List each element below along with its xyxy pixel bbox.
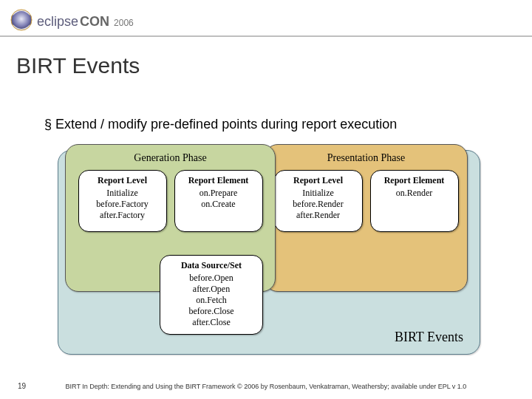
mini-title: Report Element	[178, 175, 259, 186]
footer-text: BIRT In Depth: Extending and Using the B…	[0, 383, 532, 390]
pres-report-element-box: Report Element on.Render	[370, 170, 459, 232]
mini-title: Report Element	[374, 175, 455, 186]
logo-year: 2006	[114, 18, 134, 28]
mini-line: before.Close	[163, 306, 259, 317]
header-rule	[0, 35, 532, 37]
mini-line: on.Prepare	[178, 188, 259, 199]
logo-bar: eclipse CON 2006	[9, 7, 134, 35]
mini-line: Initialize	[278, 188, 359, 199]
presentation-phase-title: Presentation Phase	[265, 152, 467, 164]
mini-line: on.Render	[374, 188, 455, 199]
mini-line: after.Close	[163, 317, 259, 328]
eclipse-logo-icon	[9, 7, 34, 35]
mini-line: before.Open	[163, 273, 259, 284]
gen-report-level-box: Report Level Initialize before.Factory a…	[78, 170, 167, 232]
mini-title: Report Level	[278, 175, 359, 186]
bullet-marker: §	[44, 117, 52, 132]
mini-title: Report Level	[82, 175, 163, 186]
mini-line: after.Factory	[82, 210, 163, 221]
presentation-mini-row: Report Level Initialize before.Render af…	[265, 167, 467, 232]
generation-phase-title: Generation Phase	[66, 152, 275, 164]
mini-line: Initialize	[82, 188, 163, 199]
mini-line: after.Open	[163, 284, 259, 295]
slide-title: BIRT Events	[16, 53, 140, 78]
bullet-text: Extend / modify pre-defined points durin…	[55, 117, 397, 132]
mini-line: before.Render	[278, 199, 359, 210]
logo-text: eclipse CON 2006	[37, 14, 134, 30]
mini-line: after.Render	[278, 210, 359, 221]
mini-line: on.Fetch	[163, 295, 259, 306]
presentation-phase-box: Presentation Phase Report Level Initiali…	[265, 144, 468, 292]
mini-title: Data Source/Set	[163, 260, 259, 271]
pres-report-level-box: Report Level Initialize before.Render af…	[274, 170, 363, 232]
logo-part-lipse: lipse	[51, 14, 78, 30]
diagram: BIRT Events Presentation Phase Report Le…	[58, 144, 479, 355]
gen-report-element-box: Report Element on.Prepare on.Create	[174, 170, 263, 232]
bullet-line: § Extend / modify pre-defined points dur…	[44, 117, 397, 132]
mini-line: before.Factory	[82, 199, 163, 210]
data-source-set-box: Data Source/Set before.Open after.Open o…	[160, 255, 263, 335]
slide: eclipse CON 2006 BIRT Events § Extend / …	[0, 0, 532, 399]
logo-part-con: CON	[80, 14, 109, 30]
generation-mini-row: Report Level Initialize before.Factory a…	[66, 167, 275, 232]
events-label: BIRT Events	[395, 330, 463, 345]
mini-line: on.Create	[178, 199, 259, 210]
logo-part-ec: ec	[37, 14, 51, 30]
